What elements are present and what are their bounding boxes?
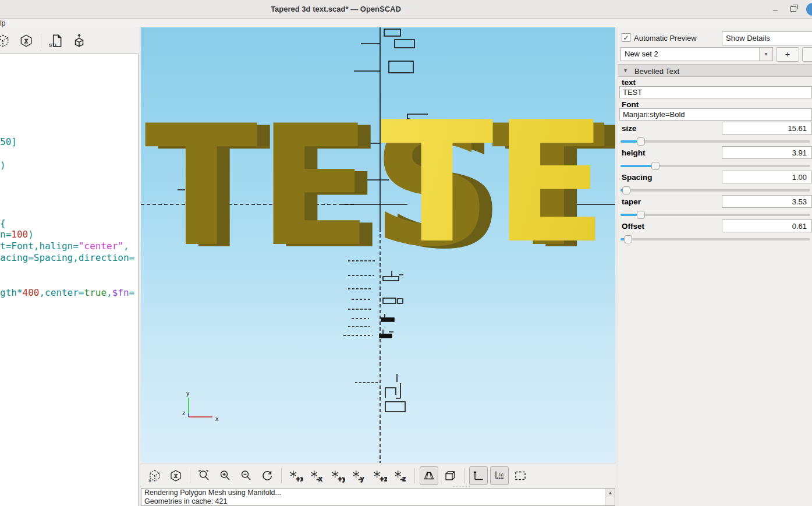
render-icon[interactable] <box>17 32 35 49</box>
view-plus-z-icon[interactable]: +z <box>370 466 389 485</box>
console-panel[interactable]: Rendering Polygon Mesh using Manifold...… <box>141 488 615 506</box>
svg-text:-y: -y <box>359 476 364 482</box>
text-input[interactable] <box>619 86 812 98</box>
code-editor[interactable]: 50] ) { n=100) t=Font,halign="center", a… <box>0 54 139 506</box>
model-front-face: TEST <box>380 86 615 279</box>
preview-icon[interactable]: » <box>0 32 12 49</box>
remove-preset-button[interactable]: - <box>802 47 812 62</box>
render-icon[interactable] <box>166 466 185 485</box>
automatic-preview-checkbox[interactable]: ✓ <box>622 33 630 42</box>
svg-text:STL: STL <box>49 42 58 47</box>
svg-text:+x: +x <box>296 476 303 482</box>
3d-model-text: TEST TEST TEST <box>150 100 611 266</box>
view-minus-x-icon[interactable]: -x <box>307 466 326 485</box>
param-label-text: text <box>622 78 636 87</box>
scroll-up-arrow[interactable]: ▲ <box>606 489 615 497</box>
view-toolbar: » <box>141 463 615 488</box>
font-input[interactable] <box>619 108 812 121</box>
perspective-view-button[interactable] <box>420 466 438 485</box>
section-header-bevelled-text[interactable]: ▾ Bevelled Text <box>618 64 812 77</box>
slider-handle[interactable] <box>651 162 659 170</box>
code-line: 50] <box>0 136 17 148</box>
view-plus-y-icon[interactable]: +y <box>328 466 347 485</box>
minimize-button[interactable]: – <box>769 3 782 15</box>
svg-text:+z: +z <box>380 476 387 482</box>
collapse-triangle-icon[interactable]: ▾ <box>624 67 627 73</box>
svg-text:»: » <box>148 477 151 483</box>
preset-dropdown-value: New set 2 <box>625 49 658 58</box>
slider-handle[interactable] <box>622 186 630 194</box>
3d-viewport[interactable]: y z x TEST TEST TEST <box>141 27 615 463</box>
slider-handle[interactable] <box>624 235 632 243</box>
code-line: n=100) <box>0 229 34 240</box>
details-dropdown[interactable]: Show Details <box>722 31 812 45</box>
param-label-spacing: Spacing <box>622 173 653 182</box>
size-value-box[interactable]: 15.61 <box>722 122 812 135</box>
slider-track[interactable] <box>620 238 810 240</box>
view-minus-y-icon[interactable]: -y <box>349 466 368 485</box>
slider-fill <box>620 165 655 167</box>
automatic-preview-label: Automatic Preview <box>634 34 697 43</box>
console-message: Geometries in cache: 421 <box>141 497 615 506</box>
slider-track[interactable] <box>620 214 810 216</box>
svg-text:10: 10 <box>499 472 503 477</box>
slider-handle[interactable] <box>637 211 645 219</box>
param-label-height: height <box>622 148 646 157</box>
preview-icon[interactable]: » <box>146 466 164 485</box>
zoom-in-icon[interactable] <box>216 466 235 485</box>
editor-toolbar: » STL <box>0 27 139 54</box>
zoom-out-icon[interactable] <box>237 466 256 485</box>
console-scrollbar[interactable]: ▲ <box>605 489 615 505</box>
code-line: { <box>0 218 6 229</box>
toolbar-separator <box>41 33 41 48</box>
taper-value-box[interactable]: 3.53 <box>722 195 812 208</box>
reset-view-icon[interactable] <box>258 466 276 485</box>
chevron-down-icon[interactable]: ▾ <box>759 48 772 61</box>
param-label-taper: taper <box>622 197 641 206</box>
svg-text:+y: +y <box>338 476 345 482</box>
show-axes-button[interactable] <box>469 466 488 485</box>
export-stl-icon[interactable]: STL <box>47 32 65 49</box>
offset-value-box[interactable]: 0.61 <box>722 220 812 232</box>
restore-icon <box>790 6 796 12</box>
offset-slider[interactable] <box>620 235 810 243</box>
export-icon[interactable] <box>70 32 88 49</box>
menu-bar[interactable]: lp <box>0 19 812 27</box>
menu-item-help-partial[interactable]: lp <box>0 19 5 27</box>
svg-text:-z: -z <box>400 476 406 482</box>
slider-track[interactable] <box>620 140 810 143</box>
openscad-window: Tapered 3d text.scad* — OpenSCAD – lp » … <box>0 0 812 506</box>
customizer-panel: ✓ Automatic Preview Show Details New set… <box>618 27 812 506</box>
toolbar-separator <box>464 468 464 483</box>
code-line: gth*400,center=true,$fn= <box>0 287 134 299</box>
add-preset-button[interactable]: + <box>776 47 799 62</box>
preset-dropdown[interactable]: New set 2 ▾ <box>620 47 773 61</box>
zoom-all-icon[interactable] <box>195 466 214 485</box>
spacing-slider[interactable] <box>620 186 810 194</box>
view-all-icon[interactable] <box>511 466 530 485</box>
window-title: Tapered 3d text.scad* — OpenSCAD <box>271 5 401 13</box>
orthogonal-view-button[interactable] <box>441 466 459 485</box>
title-bar[interactable]: Tapered 3d text.scad* — OpenSCAD – <box>0 0 812 19</box>
view-minus-z-icon[interactable]: -z <box>391 466 410 485</box>
toolbar-separator <box>281 468 282 483</box>
height-value-box[interactable]: 3.91 <box>722 146 812 159</box>
close-button[interactable] <box>806 3 812 16</box>
axis-z-label: z <box>182 409 186 416</box>
svg-text:-x: -x <box>317 476 322 482</box>
size-slider[interactable] <box>620 137 810 146</box>
spacing-value-box[interactable]: 1.00 <box>722 171 812 183</box>
slider-handle[interactable] <box>637 137 645 146</box>
axis-y-label: y <box>186 390 190 397</box>
show-scale-markers-button[interactable]: 10 <box>490 466 509 485</box>
toolbar-separator <box>414 468 415 483</box>
height-slider[interactable] <box>620 162 810 170</box>
code-line: acing=Spacing,direction= <box>0 252 134 264</box>
slider-track[interactable] <box>620 189 810 192</box>
view-plus-x-icon[interactable]: +x <box>286 466 305 485</box>
toolbar-separator <box>190 468 190 483</box>
taper-slider[interactable] <box>620 211 810 219</box>
param-label-font: Font <box>622 100 639 109</box>
axis-gizmo <box>189 398 212 417</box>
maximize-button[interactable] <box>788 3 800 15</box>
